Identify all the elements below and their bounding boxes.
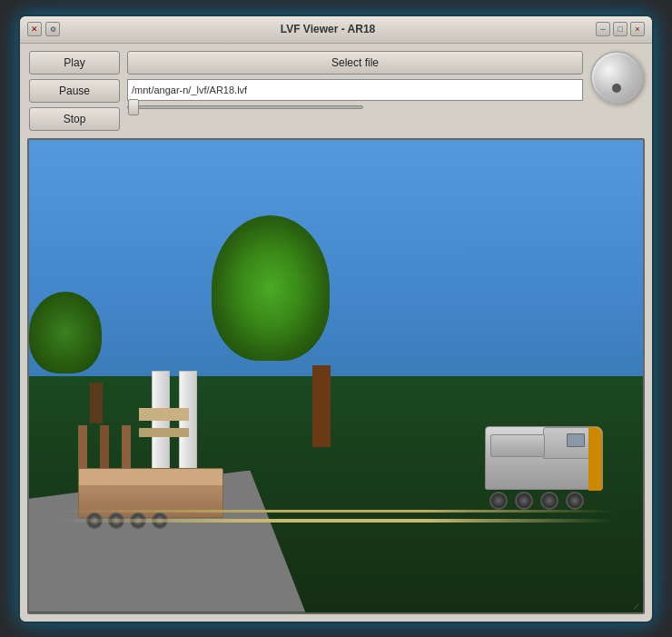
pause-button[interactable]: Pause (29, 79, 120, 103)
window-close-button[interactable]: × (630, 22, 645, 36)
select-file-button[interactable]: Select file (127, 51, 583, 75)
viewport[interactable]: ⟋ (27, 138, 645, 614)
minimize-button[interactable]: ⚙ (45, 22, 60, 36)
train-body (485, 426, 603, 490)
gate-structure (152, 371, 197, 480)
select-row: Select file (127, 51, 583, 75)
train-yellow-stripe (588, 427, 602, 491)
train-locomotive (485, 426, 612, 508)
window-max-button[interactable]: □ (613, 22, 628, 36)
file-controls: Select file (127, 51, 583, 109)
wheel (515, 492, 533, 510)
toolbar: Play Pause Stop Select file (20, 44, 652, 138)
train-window (567, 433, 585, 447)
titlebar-right: – □ × (596, 22, 645, 36)
wheel (540, 492, 558, 510)
main-window: ✕ ⚙ LVF Viewer - AR18 – □ × Play Pause S… (18, 15, 654, 623)
playback-slider[interactable] (127, 105, 363, 109)
wheel (489, 492, 508, 510)
volume-knob-container (590, 51, 643, 104)
rail-track-1 (59, 519, 612, 523)
window-min-button[interactable]: – (596, 22, 610, 36)
tree-center (262, 234, 380, 447)
slider-row (127, 105, 583, 109)
titlebar: ✕ ⚙ LVF Viewer - AR18 – □ × (20, 16, 652, 44)
3d-scene: ⟋ (29, 140, 643, 612)
file-path-input[interactable] (127, 79, 583, 101)
playback-controls: Play Pause Stop (29, 51, 120, 131)
resize-handle[interactable]: ⟋ (632, 601, 641, 611)
window-title: LVF Viewer - AR18 (60, 23, 596, 35)
train-wheels (485, 492, 612, 510)
knob-indicator (612, 84, 621, 93)
titlebar-left: ✕ ⚙ (27, 22, 60, 36)
volume-knob[interactable] (590, 51, 643, 104)
tree-left (60, 305, 133, 423)
play-button[interactable]: Play (29, 51, 120, 75)
stop-button[interactable]: Stop (29, 107, 120, 131)
close-button[interactable]: ✕ (27, 22, 42, 36)
filepath-row (127, 79, 583, 101)
rail-track-2 (60, 510, 613, 513)
train-cabin (543, 427, 593, 459)
wheel (566, 492, 584, 510)
